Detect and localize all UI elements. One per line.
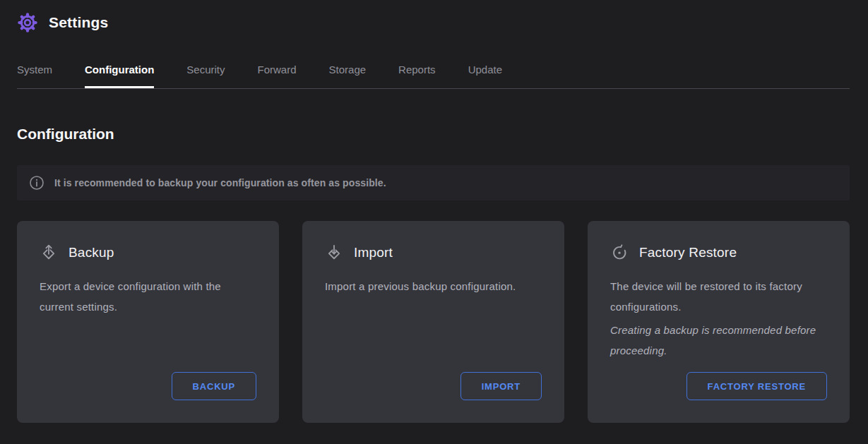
card-import-header: Import: [325, 242, 542, 263]
app-title: Settings: [49, 14, 108, 31]
tab-configuration[interactable]: Configuration: [85, 64, 154, 88]
card-backup-description: Export a device configuration with the c…: [40, 276, 256, 317]
import-button[interactable]: IMPORT: [460, 372, 542, 400]
upload-icon: [40, 244, 58, 262]
factory-restore-button[interactable]: FACTORY RESTORE: [686, 372, 827, 400]
download-icon: [325, 244, 343, 262]
tab-bar: System Configuration Security Forward St…: [17, 64, 850, 89]
page-title: Configuration: [17, 126, 851, 142]
card-factory-restore-header: Factory Restore: [610, 242, 827, 263]
info-banner: It is recommended to backup your configu…: [17, 165, 850, 200]
tab-forward[interactable]: Forward: [258, 64, 297, 88]
restore-icon: [610, 244, 629, 262]
configuration-page: Configuration It is recommended to backu…: [0, 126, 868, 423]
card-import-title: Import: [354, 245, 393, 260]
tab-security[interactable]: Security: [186, 64, 225, 88]
card-import-description: Import a previous backup configuration.: [325, 276, 542, 296]
info-icon: [29, 175, 44, 191]
tab-storage[interactable]: Storage: [329, 64, 367, 88]
tab-system[interactable]: System: [17, 64, 52, 88]
gear-icon: [17, 12, 38, 33]
card-grid: Backup Export a device configuration wit…: [17, 221, 850, 423]
card-factory-restore-title: Factory Restore: [639, 245, 737, 260]
card-factory-restore-note: Creating a backup is recommended before …: [610, 320, 827, 361]
tab-reports[interactable]: Reports: [398, 64, 436, 88]
backup-button[interactable]: BACKUP: [172, 372, 256, 400]
card-factory-restore: Factory Restore The device will be resto…: [588, 221, 850, 423]
tab-update[interactable]: Update: [468, 64, 502, 88]
card-backup-header: Backup: [40, 242, 256, 263]
card-factory-restore-description: The device will be restored to its facto…: [610, 276, 827, 317]
banner-text: It is recommended to backup your configu…: [54, 177, 386, 188]
card-import: Import Import a previous backup configur…: [302, 221, 564, 423]
app-header: Settings: [0, 0, 868, 33]
card-backup: Backup Export a device configuration wit…: [17, 221, 279, 423]
card-backup-title: Backup: [69, 245, 114, 260]
